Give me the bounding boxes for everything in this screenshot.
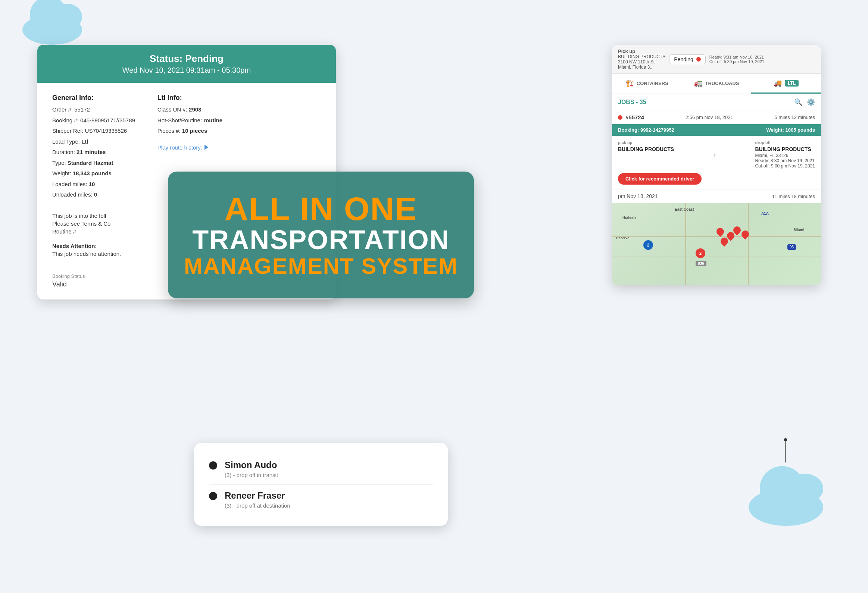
type-value: Standard Hazmat [68, 160, 114, 166]
tab-ltl[interactable]: 🚚 LTL [751, 74, 821, 94]
job-card-1: #55724 2:56 pm Nov 18, 2021 5 miles 12 m… [612, 110, 821, 190]
play-arrow-icon [205, 145, 208, 150]
map-road-horizontal-2 [612, 257, 821, 258]
job-time-label-1: 2:56 pm Nov 18, 2021 [685, 115, 733, 120]
highway-shield-95: 95 [787, 244, 796, 250]
ltl-label: LTL [788, 81, 796, 86]
play-route-label: Play route history: [158, 144, 202, 151]
hot-shot-value: routine [204, 117, 222, 124]
search-icon[interactable]: 🔍 [794, 98, 802, 106]
job-status-dot-1 [618, 115, 623, 120]
job-distance-2: 11 miles 18 minutes [772, 194, 815, 199]
order-number: Order #: 55172 [52, 106, 135, 114]
pickup-dropoff-1: pick up BUILDING PRODUCTS › drop off BUI… [612, 136, 821, 173]
hot-shot: Hot-Shot/Routine: routine [158, 116, 222, 125]
job-distance-1: 5 miles 12 minutes [775, 115, 815, 120]
filter-icon[interactable]: ⚙️ [807, 98, 815, 106]
map-cluster-2: 2 [695, 249, 705, 258]
map-label-east-coast: East Coast [675, 207, 694, 212]
truckloads-label: TRUCKLOADS [705, 81, 739, 86]
driver-2-status: (3) - drop off at destination [224, 502, 290, 509]
banner-overlay: ALL IN ONE TRANSPORTATION MANAGEMENT SYS… [168, 172, 474, 298]
job-status-title: Status: Pending [49, 53, 325, 65]
ltl-icon: 🚚 [774, 79, 782, 87]
containers-label: CONTAINERS [637, 81, 668, 86]
tms-panel: Pick up BUILDING PRODUCTS 3100 NW 110th … [612, 45, 821, 285]
ltl-badge: LTL [785, 80, 799, 87]
loaded-miles: Loaded miles: 10 [52, 180, 135, 189]
job-card-2-header: pm Nov 18, 2021 11 miles 18 minutes [618, 193, 815, 199]
load-type: Load Type: Ltl [52, 138, 135, 146]
tms-pickup-info: Pick up BUILDING PRODUCTS 3100 NW 110th … [618, 49, 665, 70]
job-time-2: pm Nov 18, 2021 [618, 193, 658, 199]
driver-2-name: Reneer Fraser [224, 490, 290, 501]
driver-card: Simon Audo (3) - drop off in transit Ren… [194, 443, 448, 526]
pickup-company: BUILDING PRODUCTS [618, 54, 665, 59]
map-label-miami: Miami [794, 228, 804, 232]
map-label-a1a: A1A [761, 212, 769, 216]
pickup-label-1: pick up [618, 140, 674, 145]
dropoff-label-1: drop off [755, 140, 815, 145]
play-route-link[interactable]: Play route history: [158, 144, 222, 151]
map-road-vertical [685, 203, 686, 285]
map-section: A1A Miami Hialeah East Coast Reserve 2 2… [612, 203, 821, 285]
job-detail-header: Status: Pending Wed Nov 10, 2021 09:31am… [37, 45, 336, 83]
driver-1-status: (3) - drop off in transit [224, 472, 278, 478]
map-label-reserve: Reserve [616, 236, 629, 240]
booking-number-1: Booking: 9992-14279952 [618, 127, 674, 133]
ltl-info-title: Ltl Info: [158, 94, 222, 102]
pieces-value: 10 pieces [182, 128, 208, 134]
arrow-right-icon: › [710, 140, 719, 169]
recommended-driver-button[interactable]: Click for recommended driver [618, 173, 701, 185]
pieces: Pieces #: 10 pieces [158, 127, 222, 135]
map-cluster-1: 2 [644, 240, 653, 250]
dropoff-cutoff-1: Cut-off: 9:00 pm Nov 19, 2021 [755, 163, 815, 169]
pending-badge: Pending [669, 54, 705, 64]
weight: Weight: 18,343 pounds [52, 169, 135, 178]
hazmat-type: Type: Standard Hazmat [52, 159, 135, 168]
banner-line2: TRANSPORTATION [192, 225, 449, 255]
driver-1-name: Simon Audo [224, 460, 278, 470]
loaded-miles-value: 10 [89, 181, 95, 187]
pickup-city: Miami, Florida 3... [618, 65, 665, 70]
map-background: A1A Miami Hialeah East Coast Reserve 2 2… [612, 203, 821, 285]
weight-value: 18,343 pounds [73, 170, 112, 177]
duration: Duration: 21 minutes [52, 148, 135, 157]
driver-2-info: Reneer Fraser (3) - drop off at destinat… [224, 490, 290, 509]
job-card-2: pm Nov 18, 2021 11 miles 18 minutes [612, 190, 821, 203]
map-road-vertical-2 [748, 203, 749, 285]
job-status-date: Wed Nov 10, 2021 09:31am - 05:30pm [49, 66, 325, 75]
pickup-label: Pick up [618, 49, 665, 54]
duration-value: 21 minutes [77, 149, 106, 155]
unloaded-miles: Unloaded miles: 0 [52, 191, 135, 199]
map-label-hialeah: Hialeah [623, 216, 636, 220]
job-number-label-1: #55724 [626, 114, 644, 121]
general-info-title: General Info: [52, 94, 135, 102]
tab-truckloads[interactable]: 🚛 TRUCKLOADS [682, 74, 751, 94]
dropoff-company-1: BUILDING PRODUCTS [755, 146, 815, 152]
shipper-ref: Shipper Ref: US70419335526 [52, 127, 135, 135]
unloaded-miles-value: 0 [94, 191, 97, 198]
pickup-company-1: BUILDING PRODUCTS [618, 146, 674, 152]
driver-radio-2[interactable] [209, 492, 217, 500]
jobs-header: JOBS - 35 🔍 ⚙️ [612, 94, 821, 110]
dropoff-address-1: Miami, FL 33126 [755, 153, 815, 158]
class-un: Class UN #: 2903 [158, 106, 222, 114]
tab-containers[interactable]: 🏗️ CONTAINERS [612, 74, 682, 94]
driver-item-2: Reneer Fraser (3) - drop off at destinat… [209, 484, 433, 515]
dropoff-ready-1: Ready: 8:30 am Nov 19, 2021 [755, 158, 815, 163]
tab-bar: 🏗️ CONTAINERS 🚛 TRUCKLOADS 🚚 LTL [612, 74, 821, 94]
map-pin-4 [740, 229, 750, 239]
dropoff-section-1: drop off BUILDING PRODUCTS Miami, FL 331… [755, 140, 815, 169]
driver-1-info: Simon Audo (3) - drop off in transit [224, 460, 278, 478]
driver-radio-1[interactable] [209, 461, 217, 469]
job-time-1: 2:56 pm Nov 18, 2021 [685, 115, 733, 120]
tms-top-bar: Pick up BUILDING PRODUCTS 3100 NW 110th … [612, 45, 821, 74]
jobs-actions: 🔍 ⚙️ [794, 98, 815, 106]
class-un-value: 2903 [189, 106, 201, 113]
pickup-address: 3100 NW 110th St [618, 59, 665, 65]
ready-time: Ready: 9:31 am Nov 10, 2021 [709, 55, 764, 59]
map-road-horizontal [612, 236, 821, 237]
map-pin-1 [715, 227, 725, 237]
general-info-section: General Info: Order #: 55172 Booking #: … [52, 94, 135, 202]
